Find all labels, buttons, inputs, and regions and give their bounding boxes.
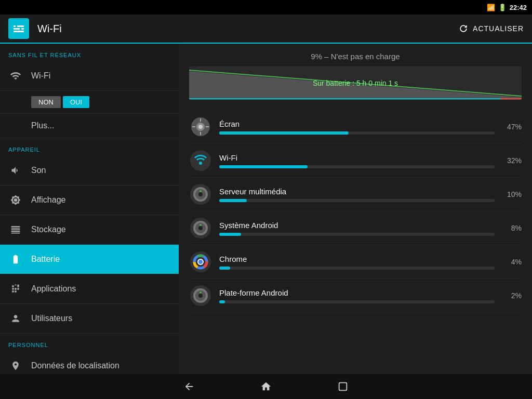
wifi-label: Wi-Fi <box>31 71 50 81</box>
multimedia-icon <box>189 183 212 206</box>
svg-rect-38 <box>339 383 347 391</box>
svg-rect-1 <box>14 28 24 30</box>
multimedia-name: Serveur multimédia <box>219 187 495 196</box>
sidebar-item-affichage[interactable]: Affichage <box>0 185 179 215</box>
plateforme-bar-bg <box>219 300 495 303</box>
sidebar-item-wifi[interactable]: Wi-Fi <box>0 61 179 91</box>
content-area: 9% – N'est pas en charge Sur batterie : … <box>179 44 532 374</box>
wifi-usage-info: Wi-Fi <box>219 153 495 168</box>
battery-status-icon: 🔋 <box>498 4 507 11</box>
wifi-bar <box>219 165 308 168</box>
chrome-bar-bg <box>219 267 495 270</box>
usage-item-chrome[interactable]: Chrome 4% <box>189 245 522 279</box>
section-header-personal: PERSONNEL <box>0 334 179 351</box>
svg-point-37 <box>200 291 202 294</box>
page-title: Wi-Fi <box>37 23 458 35</box>
chrome-percent: 4% <box>501 258 522 266</box>
multimedia-percent: 10% <box>501 190 522 198</box>
svg-point-32 <box>198 260 203 264</box>
stockage-label: Stockage <box>31 225 66 234</box>
sidebar-item-stockage[interactable]: Stockage <box>0 215 179 245</box>
usage-item-plateforme[interactable]: Plate-forme Android 2% <box>189 279 522 313</box>
android-bar-bg <box>219 233 495 236</box>
top-bar: Wi-Fi ACTUALISER <box>0 15 532 44</box>
ecran-bar <box>219 131 349 135</box>
svg-point-20 <box>200 190 202 192</box>
toggle-off: NON <box>31 96 61 108</box>
usage-item-multimedia[interactable]: Serveur multimédia 10% <box>189 178 522 211</box>
svg-rect-8 <box>501 98 522 99</box>
multimedia-bar-bg <box>219 199 495 202</box>
svg-rect-2 <box>14 31 24 32</box>
recents-button[interactable] <box>336 379 350 394</box>
svg-rect-4 <box>20 27 21 31</box>
sidebar-item-applications[interactable]: Applications <box>0 274 179 304</box>
plateforme-percent: 2% <box>501 291 522 300</box>
usage-item-android[interactable]: Système Android 8% <box>189 211 522 245</box>
app-icon <box>8 18 29 39</box>
sidebar-item-son[interactable]: Son <box>0 156 179 185</box>
usage-item-ecran[interactable]: Écran 47% <box>189 110 522 144</box>
home-icon <box>259 379 273 394</box>
chrome-info: Chrome <box>219 255 495 270</box>
multimedia-bar <box>219 199 247 202</box>
svg-point-36 <box>198 294 203 298</box>
svg-rect-7 <box>189 98 501 99</box>
sidebar-item-plus[interactable]: Plus... <box>0 114 179 138</box>
back-button[interactable] <box>182 379 196 394</box>
ecran-bar-bg <box>219 131 495 135</box>
wifi-percent: 32% <box>501 156 522 165</box>
batterie-label: Batterie <box>31 255 60 264</box>
wifi-status-icon: 📶 <box>487 4 495 11</box>
chrome-icon <box>189 250 212 273</box>
users-icon <box>8 311 23 326</box>
battery-graph: Sur batterie : 5 h 0 min 1 s <box>189 66 522 100</box>
plateforme-icon <box>189 284 212 307</box>
wifi-bar-bg <box>219 165 495 168</box>
toggle-on[interactable]: OUI <box>63 96 89 108</box>
recents-icon <box>336 379 350 394</box>
status-time: 22:42 <box>510 4 527 11</box>
multimedia-info: Serveur multimédia <box>219 187 495 202</box>
plateforme-bar <box>219 300 225 303</box>
android-bar <box>219 233 241 236</box>
wifi-usage-icon <box>189 149 212 172</box>
sidebar-item-localisation[interactable]: Données de localisation <box>0 351 179 374</box>
svg-rect-0 <box>14 25 24 27</box>
home-button[interactable] <box>259 379 273 394</box>
sidebar-item-utilisateurs[interactable]: Utilisateurs <box>0 304 179 334</box>
plateforme-info: Plate-forme Android <box>219 288 495 303</box>
wifi-icon <box>8 69 23 83</box>
apps-icon <box>8 282 23 296</box>
plus-label: Plus... <box>31 121 54 130</box>
location-icon <box>8 358 23 373</box>
ecran-icon <box>189 115 212 138</box>
sound-icon <box>8 163 23 178</box>
status-bar: 📶 🔋 22:42 <box>0 0 532 15</box>
section-header-device: APPAREIL <box>0 138 179 156</box>
android-icon <box>189 217 212 240</box>
chrome-bar <box>219 267 230 270</box>
main-layout: SANS FIL ET RÉSEAUX Wi-Fi NON OUI Plus..… <box>0 44 532 374</box>
usage-item-wifi[interactable]: Wi-Fi 32% <box>189 144 522 178</box>
svg-point-25 <box>200 224 202 226</box>
svg-point-19 <box>198 192 203 196</box>
ecran-info: Écran <box>219 119 495 135</box>
android-name: Système Android <box>219 221 495 230</box>
svg-rect-3 <box>16 24 17 28</box>
wifi-usage-name: Wi-Fi <box>219 153 495 162</box>
section-header-network: SANS FIL ET RÉSEAUX <box>0 44 179 61</box>
display-icon <box>8 193 23 207</box>
chrome-name: Chrome <box>219 255 495 263</box>
svg-point-15 <box>190 150 211 171</box>
refresh-button[interactable]: ACTUALISER <box>458 23 524 34</box>
utilisateurs-label: Utilisateurs <box>31 314 72 323</box>
android-percent: 8% <box>501 224 522 232</box>
sidebar-item-batterie[interactable]: Batterie <box>0 245 179 274</box>
plateforme-name: Plate-forme Android <box>219 288 495 297</box>
nav-bar <box>0 374 532 399</box>
son-label: Son <box>31 166 46 175</box>
battery-status-text: 9% – N'est pas en charge <box>189 52 522 61</box>
sidebar: SANS FIL ET RÉSEAUX Wi-Fi NON OUI Plus..… <box>0 44 179 374</box>
svg-point-10 <box>198 125 203 129</box>
